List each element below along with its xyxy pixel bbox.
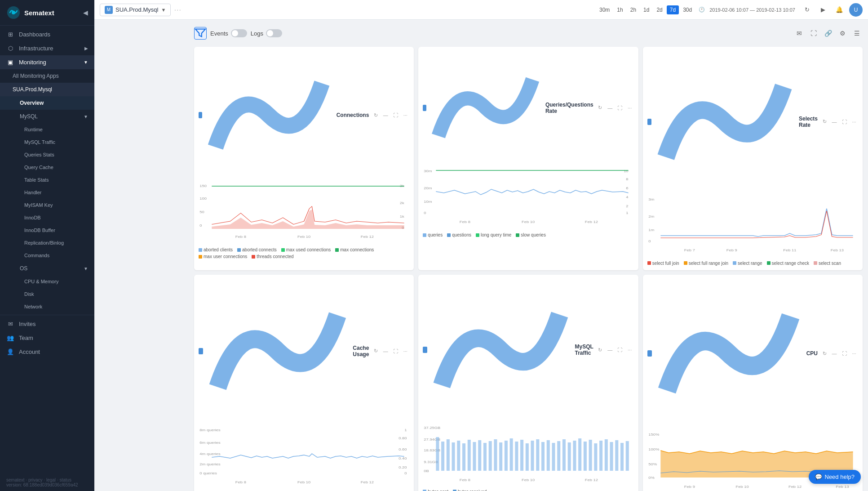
need-help-button[interactable]: 💬 Need help? [809,470,861,484]
sidebar-item-mysql[interactable]: MySQL ▼ [0,110,94,123]
connections-chart-icon [205,51,332,179]
logs-toggle[interactable] [266,29,282,37]
sidebar-item-overview[interactable]: Overview [0,96,94,110]
events-toggle[interactable] [231,29,247,37]
sidebar-item-replication-binlog[interactable]: Replication/Binlog [0,237,94,249]
link-btn[interactable]: 🔗 [822,27,834,39]
app-more-menu[interactable]: ··· [174,7,182,13]
queries-minimize[interactable]: — [606,104,614,112]
sematext-logo-icon [6,5,21,20]
sidebar-item-table-stats[interactable]: Table Stats [0,174,94,186]
time-btn-2d[interactable]: 2d [653,5,665,14]
time-btn-1d[interactable]: 1d [640,5,652,14]
svg-text:Feb 10: Feb 10 [735,485,748,489]
sidebar-item-disk[interactable]: Disk [0,288,94,300]
sidebar-item-dashboards[interactable]: ⊞ Dashboards [0,27,94,41]
refresh-btn[interactable]: ↻ [801,4,813,16]
sidebar-item-queries-stats[interactable]: Queries Stats [0,148,94,161]
selects-expand[interactable]: ⛶ [840,118,848,126]
sidebar-item-network[interactable]: Network [0,300,94,313]
filter-btn[interactable] [194,27,207,40]
svg-text:2k: 2k [400,201,405,205]
selects-more[interactable]: ··· [850,118,858,126]
queries-refresh[interactable]: ↻ [596,104,604,112]
mysql-traffic-minimize[interactable]: — [606,346,614,354]
team-icon: 👥 [6,335,14,341]
time-btn-1h[interactable]: 1h [614,5,626,14]
mysql-traffic-expand[interactable]: ⛶ [616,346,624,354]
time-range-buttons: 30m 1h 2h 1d 2d 7d 30d 🕐 2019-02-06 10:0… [596,5,795,14]
svg-text:Feb 13: Feb 13 [836,485,849,489]
email-report-btn[interactable]: ✉ [793,27,805,39]
cpu-minimize[interactable]: — [830,349,838,357]
sidebar-item-query-cache[interactable]: Query Cache [0,161,94,174]
sidebar-item-invites[interactable]: ✉ Invites [0,317,94,331]
sidebar-item-sua-prod-mysql[interactable]: SUA.Prod.Mysql [0,83,94,96]
sidebar-item-account[interactable]: 👤 Account [0,345,94,359]
selects-refresh[interactable]: ↻ [820,118,828,126]
mysql-traffic-more[interactable]: ··· [626,346,634,354]
svg-text:Feb 13: Feb 13 [830,248,843,252]
cache-refresh[interactable]: ↻ [372,347,380,355]
selects-minimize[interactable]: — [830,118,838,126]
svg-rect-79 [568,442,571,471]
sidebar-item-mysql-traffic[interactable]: MySQL Traffic [0,136,94,148]
connections-more[interactable]: ··· [401,111,409,119]
app-selector[interactable]: M SUA.Prod.Mysql ▼ [100,4,171,16]
connections-refresh[interactable]: ↻ [372,111,380,119]
notifications-btn[interactable]: 🔔 [833,4,846,16]
infrastructure-chevron: ▶ [84,46,88,51]
sidebar-item-innodb[interactable]: InnoDB [0,211,94,224]
menu-btn[interactable]: ☰ [851,27,863,39]
svg-rect-88 [616,440,619,471]
cpu-expand[interactable]: ⛶ [840,349,848,357]
selects-rate-title: Selects Rate [799,116,818,128]
fullscreen-btn[interactable]: ⛶ [808,27,819,39]
svg-rect-77 [558,441,561,471]
svg-text:0.20: 0.20 [399,465,407,469]
connections-minimize[interactable]: — [381,111,390,119]
selects-app-icon [647,119,651,125]
time-btn-30m[interactable]: 30m [596,5,613,14]
sidebar-item-handler[interactable]: Handler [0,186,94,199]
connections-legend: aborted clients aborted connects max use… [199,247,409,259]
play-btn[interactable]: ▶ [817,4,829,16]
svg-text:0.40: 0.40 [399,456,407,460]
account-icon: 👤 [6,348,14,355]
time-btn-30d[interactable]: 30d [680,5,695,14]
svg-rect-56 [447,439,450,471]
sidebar-item-os[interactable]: OS ▼ [0,262,94,275]
svg-rect-76 [552,443,555,471]
queries-expand[interactable]: ⛶ [616,104,624,112]
user-avatar[interactable]: U [849,3,863,17]
settings-btn[interactable]: ⚙ [837,27,848,39]
events-toggle-group: Events [210,29,247,37]
sidebar-item-innodb-buffer[interactable]: InnoDB Buffer [0,224,94,237]
time-btn-7d[interactable]: 7d [667,5,679,14]
sidebar-item-cpu-memory[interactable]: CPU & Memory [0,275,94,288]
mysql-traffic-refresh[interactable]: ↻ [596,346,604,354]
sidebar-item-myisam-key[interactable]: MyISAM Key [0,199,94,211]
connections-expand[interactable]: ⛶ [391,111,399,119]
time-btn-2h[interactable]: 2h [627,5,639,14]
svg-text:2m queries: 2m queries [199,462,221,466]
cpu-refresh[interactable]: ↻ [820,349,828,357]
sidebar-item-commands[interactable]: Commands [0,249,94,262]
sidebar-item-infrastructure[interactable]: ⬡ Infrastructure ▶ [0,41,94,55]
cache-expand[interactable]: ⛶ [391,347,399,355]
cache-more[interactable]: ··· [401,347,409,355]
cpu-more[interactable]: ··· [850,349,858,357]
sidebar-item-runtime[interactable]: Runtime [0,123,94,136]
queries-more[interactable]: ··· [626,104,634,112]
cache-minimize[interactable]: — [381,347,390,355]
connections-chart-area: 150 100 50 0 3k 2k 1k 0 Feb 8 Feb [199,182,409,245]
svg-rect-59 [462,443,465,471]
svg-text:0: 0 [199,223,202,228]
sidebar-item-team[interactable]: 👥 Team [0,331,94,345]
sidebar-item-monitoring[interactable]: ▣ Monitoring ▼ [0,55,94,69]
svg-text:150%: 150% [648,433,659,437]
logs-label: Logs [251,30,263,37]
sidebar-item-all-monitoring[interactable]: All Monitoring Apps [0,69,94,83]
sidebar-collapse-btn[interactable]: ◀ [83,9,88,16]
svg-text:6m queries: 6m queries [199,440,221,444]
